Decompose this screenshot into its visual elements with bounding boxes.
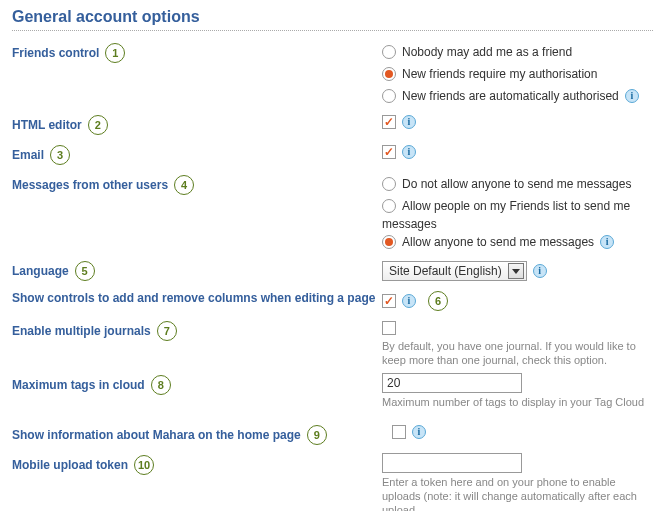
annotation-badge-4: 4 xyxy=(174,175,194,195)
annotation-badge-9: 9 xyxy=(307,425,327,445)
info-icon[interactable] xyxy=(600,235,614,249)
friends-opt3-text: New friends are automatically authorised xyxy=(402,87,619,105)
messages-opt3-text: Allow anyone to send me messages xyxy=(402,233,594,251)
info-icon[interactable] xyxy=(402,145,416,159)
info-icon[interactable] xyxy=(533,264,547,278)
annotation-badge-2: 2 xyxy=(88,115,108,135)
multi-journals-checkbox[interactable] xyxy=(382,321,396,335)
html-editor-label: HTML editor xyxy=(12,118,82,132)
max-tags-help: Maximum number of tags to display in you… xyxy=(382,395,653,409)
max-tags-input[interactable] xyxy=(382,373,522,393)
annotation-badge-6: 6 xyxy=(428,291,448,311)
friends-opt3-radio[interactable] xyxy=(382,89,396,103)
messages-opt2a-text: Allow people on my Friends list to send … xyxy=(402,197,630,215)
friends-opt1-radio[interactable] xyxy=(382,45,396,59)
friends-opt2-text: New friends require my authorisation xyxy=(402,65,597,83)
info-icon[interactable] xyxy=(412,425,426,439)
annotation-badge-7: 7 xyxy=(157,321,177,341)
language-select-value: Site Default (English) xyxy=(389,262,502,280)
email-checkbox[interactable] xyxy=(382,145,396,159)
show-info-label: Show information about Mahara on the hom… xyxy=(12,428,301,442)
friends-control-label: Friends control xyxy=(12,46,99,60)
mobile-token-input[interactable] xyxy=(382,453,522,473)
annotation-badge-3: 3 xyxy=(50,145,70,165)
annotation-badge-8: 8 xyxy=(151,375,171,395)
annotation-badge-10: 10 xyxy=(134,455,154,475)
section-title: General account options xyxy=(12,8,653,31)
messages-opt1-radio[interactable] xyxy=(382,177,396,191)
info-icon[interactable] xyxy=(402,115,416,129)
mobile-token-label: Mobile upload token xyxy=(12,458,128,472)
language-select[interactable]: Site Default (English) xyxy=(382,261,527,281)
language-label: Language xyxy=(12,264,69,278)
chevron-down-icon xyxy=(508,263,524,279)
messages-opt3-radio[interactable] xyxy=(382,235,396,249)
multi-journals-label: Enable multiple journals xyxy=(12,324,151,338)
html-editor-checkbox[interactable] xyxy=(382,115,396,129)
max-tags-label: Maximum tags in cloud xyxy=(12,378,145,392)
messages-opt2-radio[interactable] xyxy=(382,199,396,213)
messages-label: Messages from other users xyxy=(12,178,168,192)
annotation-badge-5: 5 xyxy=(75,261,95,281)
email-label: Email xyxy=(12,148,44,162)
show-info-checkbox[interactable] xyxy=(392,425,406,439)
annotation-badge-1: 1 xyxy=(105,43,125,63)
messages-opt2b-text: messages xyxy=(382,217,653,231)
mobile-token-help1: Enter a token here and on your phone to … xyxy=(382,475,653,511)
friends-opt1-text: Nobody may add me as a friend xyxy=(402,43,572,61)
show-controls-label: Show controls to add and remove columns … xyxy=(12,291,375,305)
friends-opt2-radio[interactable] xyxy=(382,67,396,81)
messages-opt1-text: Do not allow anyone to send me messages xyxy=(402,175,631,193)
multi-journals-help: By default, you have one journal. If you… xyxy=(382,339,653,367)
info-icon[interactable] xyxy=(625,89,639,103)
show-controls-checkbox[interactable] xyxy=(382,294,396,308)
info-icon[interactable] xyxy=(402,294,416,308)
